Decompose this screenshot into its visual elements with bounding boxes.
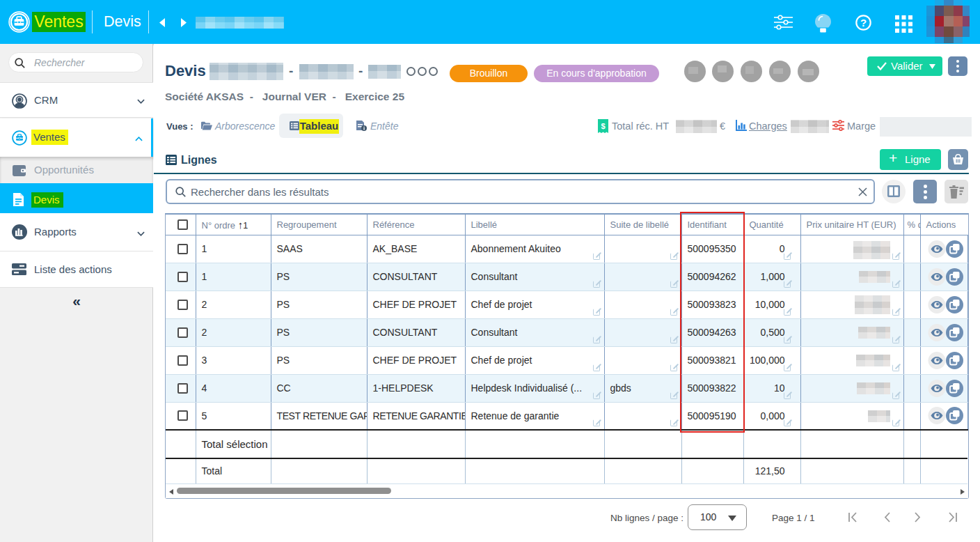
svg-text:?: ? [860,17,867,29]
svg-text:$: $ [601,122,605,130]
